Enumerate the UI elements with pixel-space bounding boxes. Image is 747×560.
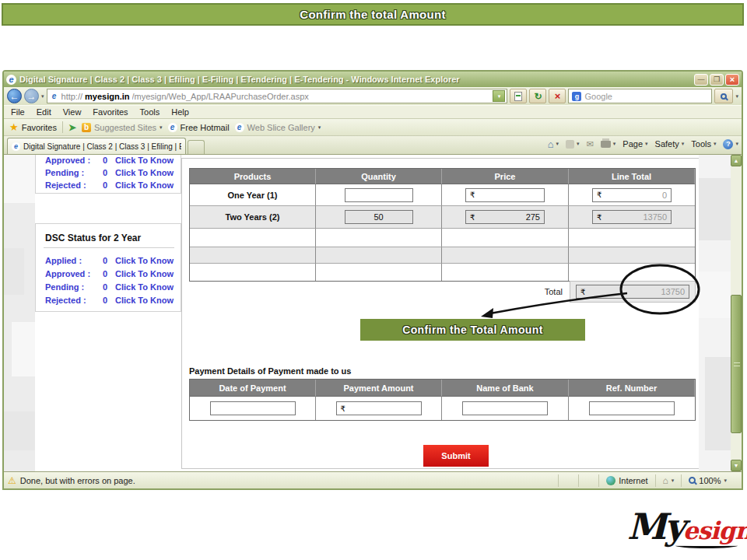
vertical-scrollbar[interactable]: ▲ ▼ — [731, 155, 742, 471]
column-header: Price — [442, 169, 569, 184]
click-to-know-link[interactable]: Click To Know — [115, 282, 174, 292]
menu-edit[interactable]: Edit — [37, 107, 51, 117]
new-tab-button[interactable] — [188, 140, 205, 154]
compatibility-view-icon[interactable] — [510, 89, 527, 103]
quantity-value: 50 — [374, 212, 383, 222]
click-to-know-link[interactable]: Click To Know — [115, 180, 174, 190]
restore-button[interactable]: ❒ — [710, 74, 724, 86]
forward-button[interactable]: → — [24, 89, 39, 103]
total-value: 13750 — [661, 287, 685, 296]
close-button[interactable]: × — [725, 74, 739, 86]
menu-view[interactable]: View — [63, 107, 82, 117]
name-of-bank-input[interactable] — [462, 401, 548, 415]
zoom-control[interactable]: 100% ▾ — [681, 474, 734, 487]
total-input[interactable]: ₹ 13750 — [576, 285, 689, 299]
tab-title: Digital Signature | Class 2 | Class 3 | … — [23, 142, 181, 151]
quantity-input[interactable] — [345, 188, 413, 202]
callout-text: Confirm the Total Amount — [402, 324, 543, 336]
tools-label: Tools — [691, 139, 711, 149]
rupee-symbol: ₹ — [341, 404, 345, 413]
column-header: Products — [190, 169, 316, 184]
chevron-down-icon: ▾ — [645, 141, 648, 147]
menu-favorites[interactable]: Favorites — [93, 107, 128, 117]
url-domain: myesign.in — [85, 92, 129, 101]
click-to-know-link[interactable]: Click To Know — [115, 256, 174, 265]
click-to-know-link[interactable]: Click To Know — [115, 269, 174, 278]
favorites-label: Favorites — [22, 123, 57, 132]
column-header: Quantity — [316, 169, 442, 184]
free-hotmail-label: Free Hotmail — [181, 123, 230, 132]
scroll-up-icon[interactable]: ▲ — [731, 155, 742, 166]
products-table: Products Quantity Price Line Total One Y… — [189, 168, 696, 282]
search-placeholder: Google — [584, 92, 612, 101]
tab-bar: e Digital Signature | Class 2 | Class 3 … — [4, 135, 742, 154]
click-to-know-link[interactable]: Click To Know — [115, 168, 174, 177]
ref-number-input[interactable] — [589, 401, 675, 415]
page-content: Approved : 0 Click To Know Pending : 0 C… — [4, 154, 742, 471]
slide-title: Confirm the total Amount — [300, 8, 445, 21]
recent-pages-chevron-icon[interactable]: ▾ — [41, 93, 44, 100]
menu-help[interactable]: Help — [171, 107, 189, 117]
stop-icon[interactable]: × — [549, 89, 566, 103]
ie-favicon2-icon: e — [235, 123, 244, 132]
add-favorite-icon[interactable]: ➤ — [68, 122, 76, 133]
price-input[interactable]: ₹ — [465, 188, 545, 202]
print-button[interactable]: ▾ — [601, 141, 616, 148]
compat-page-glyph — [514, 92, 522, 101]
page-menu[interactable]: Page▾ — [622, 139, 647, 149]
free-hotmail-button[interactable]: e Free Hotmail — [168, 123, 230, 132]
menu-file[interactable]: File — [11, 107, 25, 117]
menu-tools[interactable]: Tools — [140, 107, 160, 117]
rupee-symbol: ₹ — [470, 213, 475, 222]
safety-menu[interactable]: Safety▾ — [655, 139, 685, 149]
submit-button[interactable]: Submit — [423, 445, 489, 467]
search-button[interactable] — [714, 89, 733, 103]
column-header: Line Total — [569, 169, 695, 184]
read-mail-button[interactable]: ✉ — [587, 139, 594, 149]
scrollbar-thumb[interactable] — [731, 295, 742, 433]
protected-mode-cell[interactable]: ⌂ ▾ — [655, 474, 682, 487]
command-bar: ⌂▾ ▾ ✉ ▾ Page▾ Safety▾ Tools▾ ?▾ — [548, 136, 738, 154]
chevron-down-icon: ▾ — [318, 124, 321, 131]
products-table-header: Products Quantity Price Line Total — [190, 169, 695, 184]
quantity-input[interactable]: 50 — [345, 210, 413, 224]
feeds-button[interactable]: ▾ — [566, 140, 580, 149]
url-path: /myesign/Web_App/LRAAPurchaseOrder.aspx — [132, 92, 491, 101]
home-button[interactable]: ⌂▾ — [548, 138, 559, 150]
tab-active[interactable]: e Digital Signature | Class 2 | Class 3 … — [7, 138, 186, 154]
payment-table: Date of Payment Payment Amount Name of B… — [189, 379, 696, 421]
bing-icon: b — [82, 123, 91, 132]
line-total-value: 13750 — [643, 212, 667, 222]
right-gutter — [699, 155, 731, 471]
web-slice-gallery-button[interactable]: e Web Slice Gallery ▾ — [235, 123, 321, 132]
click-to-know-link[interactable]: Click To Know — [115, 296, 174, 305]
url-field[interactable]: e http:// myesign.in /myesign/Web_App/LR… — [47, 89, 508, 103]
payment-table-header: Date of Payment Payment Amount Name of B… — [190, 380, 695, 397]
search-input[interactable]: g Google — [568, 89, 712, 103]
favorites-button[interactable]: ★ Favorites — [9, 121, 57, 133]
scroll-down-icon[interactable]: ▼ — [731, 460, 742, 471]
help-button[interactable]: ?▾ — [723, 139, 738, 149]
search-options-chevron-icon[interactable]: ▾ — [735, 93, 738, 100]
payment-amount-input[interactable]: ₹ — [336, 401, 422, 415]
minimize-button[interactable]: — — [694, 74, 708, 86]
price-input[interactable]: ₹275 — [465, 210, 545, 224]
back-button[interactable]: ← — [7, 89, 22, 103]
print-icon — [601, 141, 611, 148]
click-to-know-link[interactable]: Click To Know — [115, 156, 174, 165]
refresh-icon[interactable]: ↻ — [529, 89, 546, 103]
date-of-payment-input[interactable] — [210, 401, 296, 415]
logo-esign: esign — [683, 516, 747, 544]
table-row-empty — [190, 229, 695, 247]
chevron-down-icon: ▾ — [160, 124, 163, 131]
status-count: 0 — [103, 180, 115, 190]
suggested-sites-button[interactable]: b Suggested Sites ▾ — [82, 123, 163, 132]
chevron-down-icon: ▾ — [714, 141, 717, 147]
tools-menu[interactable]: Tools▾ — [691, 139, 716, 149]
url-dropdown-icon[interactable]: ▾ — [493, 90, 505, 102]
payment-section-title: Payment Details of Payment made to us — [189, 366, 351, 376]
line-total-input[interactable]: ₹13750 — [592, 210, 672, 224]
status-row: Approved : 0 Click To Know — [36, 267, 181, 280]
status-label: Pending : — [45, 282, 103, 292]
line-total-input[interactable]: ₹0 — [592, 188, 672, 202]
